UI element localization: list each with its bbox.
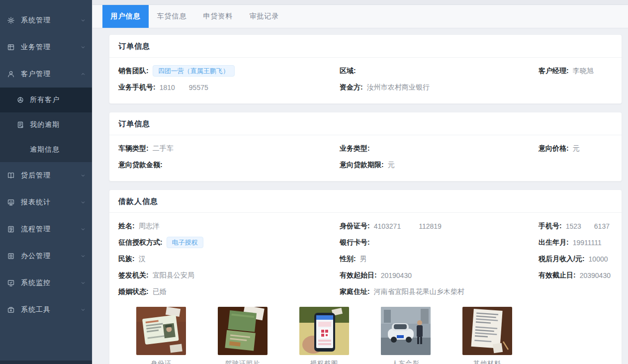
field-valid-from: 有效起始日: 20190430 (340, 271, 538, 280)
person-car-photo[interactable] (381, 307, 431, 355)
other-document-photo[interactable] (462, 307, 512, 355)
field-row: 签发机关: 宜阳县公安局 有效起始日: 20190430 有效截止日: 2039… (118, 267, 613, 283)
chevron-down-icon (80, 307, 86, 313)
photo-thumbnail[interactable]: 人车合影 (381, 307, 431, 364)
chevron-down-icon (80, 17, 86, 23)
content-scroll-area[interactable]: 订单信息 销售团队: 四团一营（直属王鹏飞） 区域: 客户经理: (92, 28, 628, 364)
sales-team-tag: 四团一营（直属王鹏飞） (153, 65, 235, 77)
sidebar-bottom-band (0, 361, 92, 364)
field-credit-authorization: 征信授权方式: 电子授权 (118, 237, 340, 248)
field-label: 身份证号: (340, 222, 370, 231)
field-value: 20190430 (381, 272, 412, 279)
photo-thumbnail[interactable]: 驾驶证照片 (218, 307, 268, 364)
card-title: 订单信息 (109, 35, 622, 57)
photo-caption: 身份证 (136, 359, 186, 364)
field-row: 业务手机号: 181095575 资金方: 汝州市农村商业银行 (118, 79, 613, 95)
field-business-type: 业务类型: (340, 144, 538, 153)
field-mobile: 手机号: 15236137 (538, 222, 613, 231)
field-value: 19911111 (573, 239, 602, 247)
app-window: 系统管理 业务管理 客户管理 所有客户 (0, 0, 628, 364)
field-value: 李晓旭 (573, 67, 594, 76)
workflow-icon (7, 225, 15, 233)
sidebar-item-label: 流程管理 (21, 225, 80, 234)
photo-thumbnail[interactable]: 授权截图 (299, 307, 349, 364)
borrower-info-card: 借款人信息 姓名: 周志洋 身份证号: 4103271112819 手 (109, 189, 622, 364)
field-bank-card: 银行卡号: (340, 238, 538, 247)
field-vehicle-type: 车辆类型: 二手车 (118, 144, 340, 153)
field-ethnicity: 民族: 汉 (118, 255, 340, 264)
sidebar-item-postloan-management[interactable]: 贷后管理 (0, 162, 92, 189)
field-value: 10000 (589, 255, 608, 263)
field-value-suffix: 112819 (419, 222, 442, 230)
document-photos: 身份证 (118, 307, 613, 364)
photo-thumbnail[interactable]: 身份证 (136, 307, 186, 364)
sidebar-item-office-management[interactable]: 办公管理 (0, 243, 92, 270)
field-value-prefix: 1810 (160, 84, 175, 91)
sidebar-item-system-monitor[interactable]: 系统监控 (0, 270, 92, 296)
field-label: 有效起始日: (340, 271, 377, 280)
sidebar-item-customer-management[interactable]: 客户管理 (0, 61, 92, 88)
tab-user-info[interactable]: 用户信息 (102, 5, 149, 28)
sidebar-item-workflow-management[interactable]: 流程管理 (0, 216, 92, 243)
sidebar-item-business-management[interactable]: 业务管理 (0, 34, 92, 61)
id-card-photo[interactable] (136, 307, 186, 355)
field-value: 已婚 (153, 287, 167, 296)
field-monthly-income: 税后月收入/元: 10000 (538, 255, 613, 264)
sidebar-item-label: 办公管理 (21, 252, 80, 261)
grid-icon (7, 43, 15, 51)
field-issuing-authority: 签发机关: 宜阳县公安局 (118, 271, 340, 280)
tab-loan-application-materials[interactable]: 申贷资料 (195, 5, 241, 28)
chevron-down-icon (80, 253, 86, 259)
field-value: 二手车 (153, 144, 174, 153)
field-value: 元 (573, 144, 580, 153)
sidebar: 系统管理 业务管理 客户管理 所有客户 (0, 0, 92, 364)
gear-icon (7, 16, 15, 24)
sidebar-subitem-label: 所有客户 (30, 95, 60, 104)
sidebar-item-label: 贷后管理 (21, 171, 80, 180)
field-label: 有效截止日: (538, 271, 576, 280)
office-icon (7, 252, 15, 260)
sidebar-item-label: 系统工具 (21, 305, 80, 314)
field-value: 元 (388, 161, 395, 170)
chevron-down-icon (80, 44, 86, 50)
wheel-icon (16, 96, 24, 104)
field-birth-date: 出生年月: 19911111 (538, 238, 613, 247)
main-area: 用户信息 车贷信息 申贷资料 审批记录 订单信息 销售团队: 四团一营（直属王鹏… (92, 0, 628, 364)
redaction-box (581, 222, 594, 230)
photo-thumbnail[interactable]: 其他材料 (462, 307, 512, 364)
sidebar-subitem-label: 逾期信息 (30, 145, 60, 154)
field-label: 资金方: (340, 83, 363, 92)
field-label: 业务手机号: (118, 83, 156, 92)
field-label: 客户经理: (538, 67, 569, 76)
sidebar-item-system-management[interactable]: 系统管理 (0, 7, 92, 34)
photo-caption: 人车合影 (381, 359, 431, 364)
sidebar-subitem-my-overdue[interactable]: 我的逾期 (0, 112, 92, 137)
field-row: 婚姻状态: 已婚 家庭住址: 河南省宜阳县花果山乡木柴村 (118, 283, 613, 300)
tools-icon (7, 306, 15, 314)
sidebar-item-label: 业务管理 (21, 43, 80, 52)
field-row: 销售团队: 四团一营（直属王鹏飞） 区域: 客户经理: 李晓旭 (118, 63, 613, 79)
field-row: 意向贷款金额: 意向贷款期限: 元 (118, 157, 613, 173)
field-label: 销售团队: (118, 67, 149, 76)
chevron-down-icon (80, 280, 86, 286)
tab-approval-records[interactable]: 审批记录 (241, 5, 287, 28)
drivers-license-photo[interactable] (218, 307, 268, 355)
sidebar-subitem-all-customers[interactable]: 所有客户 (0, 88, 92, 112)
field-row: 姓名: 周志洋 身份证号: 4103271112819 手机号: 1523613… (118, 218, 613, 234)
photo-caption: 驾驶证照片 (218, 359, 268, 364)
field-loan-term: 意向贷款期限: 元 (340, 161, 538, 170)
field-value-suffix: 95575 (189, 84, 208, 91)
authorization-screenshot-photo[interactable] (299, 307, 349, 355)
chevron-down-icon (80, 173, 86, 179)
field-label: 出生年月: (538, 238, 569, 247)
card-title: 订单信息 (109, 112, 622, 135)
card-body: 车辆类型: 二手车 业务类型: 意向价格: 元 (109, 135, 622, 181)
field-label: 性别: (340, 255, 356, 264)
sidebar-subitem-overdue-info[interactable]: 逾期信息 (0, 137, 92, 162)
field-row: 民族: 汉 性别: 男 税后月收入/元: 10000 (118, 251, 613, 267)
sidebar-item-system-tools[interactable]: 系统工具 (0, 296, 92, 323)
field-label: 意向贷款期限: (340, 161, 384, 170)
tab-car-loan-info[interactable]: 车贷信息 (149, 5, 195, 28)
book-icon (7, 172, 15, 180)
sidebar-item-report-statistics[interactable]: 报表统计 (0, 189, 92, 216)
